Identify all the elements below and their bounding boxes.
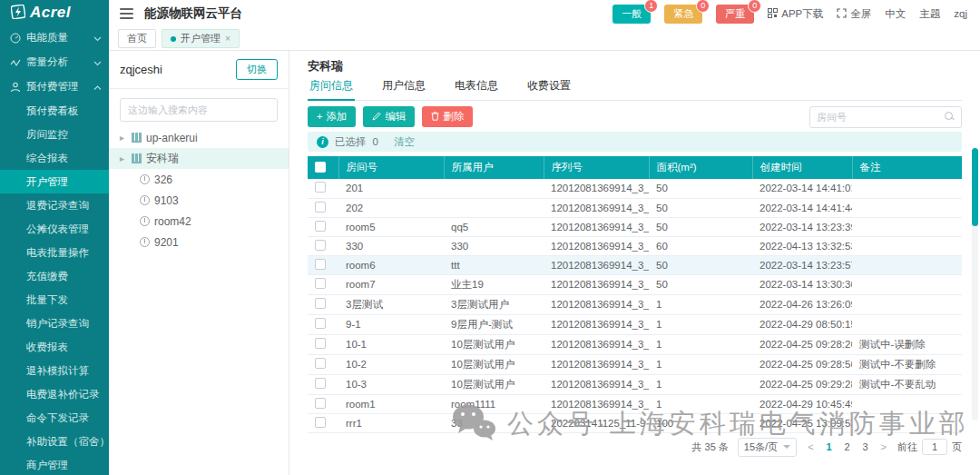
row-checkbox[interactable]: [315, 298, 326, 309]
user-menu[interactable]: zqj: [954, 8, 967, 19]
page-button-1[interactable]: 1: [825, 441, 834, 452]
caret-right-icon[interactable]: ▸: [120, 133, 127, 143]
table-row[interactable]: 33033012012081369914_3_30602022-04-13 13…: [308, 236, 962, 255]
add-button[interactable]: + 添加: [308, 106, 356, 127]
table-cell: rrr1: [338, 413, 444, 432]
caret-right-icon[interactable]: ▸: [120, 153, 127, 163]
table-row[interactable]: rrr133202203141125_11-91002022-04-25 13:…: [308, 413, 962, 432]
table-scrollbar-track[interactable]: [972, 148, 978, 421]
row-checkbox[interactable]: [315, 358, 326, 369]
table-row[interactable]: 9-19层用户-测试12012081369914_3_2912022-04-29…: [308, 314, 962, 334]
language-switch[interactable]: 中文: [885, 7, 906, 21]
row-checkbox[interactable]: [315, 378, 326, 389]
close-icon[interactable]: ×: [225, 34, 230, 44]
table-row[interactable]: room7业主1912012081369914_3_19502022-03-14…: [308, 274, 962, 294]
sidebar-section-power-quality[interactable]: 电能质量: [0, 25, 109, 50]
tree-search-input[interactable]: [120, 98, 278, 122]
alarm-badge-critical[interactable]: 严重 0: [716, 5, 754, 24]
page-button-2[interactable]: 2: [843, 441, 852, 452]
row-checkbox[interactable]: [315, 278, 326, 289]
sidebar-section-prepaid-management[interactable]: 预付费管理: [0, 74, 109, 99]
sidebar-section-demand-analysis[interactable]: 需量分析: [0, 50, 109, 74]
tree-node-9201[interactable]: 9201: [109, 232, 289, 252]
goto-page-unit: 页: [952, 440, 962, 454]
sidebar-item-综合报表[interactable]: 综合报表: [0, 146, 109, 170]
breadcrumb-tab-active[interactable]: 开户管理 ×: [162, 29, 240, 48]
sidebar-item-开户管理[interactable]: 开户管理: [0, 170, 109, 193]
row-checkbox[interactable]: [315, 398, 326, 409]
tree-node-安科瑞[interactable]: ▸安科瑞: [109, 148, 289, 169]
tree-node-room42[interactable]: room42: [109, 211, 289, 232]
collapse-menu-icon[interactable]: [120, 8, 133, 19]
tab-user-info[interactable]: 用户信息: [380, 74, 427, 100]
sidebar-item-销户记录查询[interactable]: 销户记录查询: [0, 312, 109, 335]
app-logo[interactable]: Acrel: [0, 0, 109, 25]
switch-button[interactable]: 切换: [236, 59, 278, 80]
tab-fee-settings[interactable]: 收费设置: [525, 74, 573, 100]
tree-node-up-ankerui[interactable]: ▸up-ankerui: [109, 127, 289, 148]
row-checkbox[interactable]: [315, 202, 326, 213]
table-row[interactable]: 10-210层测试用户12012081369914_3_3412022-04-2…: [308, 354, 962, 374]
tab-meter-info[interactable]: 电表信息: [453, 74, 500, 100]
alarm-badge-urgent[interactable]: 紧急 0: [664, 5, 702, 24]
table-scrollbar-thumb[interactable]: [972, 148, 978, 226]
device-tree: ▸up-ankerui▸安科瑞3269103room429201: [109, 127, 289, 252]
row-checkbox[interactable]: [315, 338, 326, 349]
sidebar-item-收费报表[interactable]: 收费报表: [0, 335, 109, 359]
page-size-select[interactable]: 15条/页: [738, 438, 797, 457]
table-row[interactable]: 10-110层测试用户12012081369914_3_3312022-04-2…: [308, 334, 962, 354]
table-cell: [852, 294, 962, 314]
tab-room-info[interactable]: 房间信息: [308, 74, 355, 101]
table-cell: 12012081369914_3_33: [544, 334, 649, 354]
table-cell: 业主19: [444, 274, 544, 294]
sidebar-item-退费记录查询[interactable]: 退费记录查询: [0, 193, 109, 217]
row-checkbox[interactable]: [315, 259, 326, 270]
goto-page-input[interactable]: [922, 439, 947, 455]
page-button-3[interactable]: 3: [861, 441, 870, 452]
table-row[interactable]: 20212012081369914_3_21502022-03-14 14:41…: [308, 198, 962, 217]
app-download-link[interactable]: APP下载: [768, 7, 823, 21]
table-row[interactable]: 20112012081369914_3_20502022-03-14 14:41…: [308, 179, 962, 198]
row-checkbox-cell: [308, 255, 338, 274]
page-size-value: 15条/页: [744, 440, 778, 454]
select-all-checkbox[interactable]: [315, 162, 326, 173]
alarm-badge-normal[interactable]: 一般 1: [612, 5, 651, 24]
sidebar-item-批量下发[interactable]: 批量下发: [0, 288, 109, 312]
row-checkbox[interactable]: [315, 240, 326, 251]
row-checkbox[interactable]: [315, 182, 326, 193]
edit-button[interactable]: 编辑: [363, 106, 415, 127]
theme-switch[interactable]: 主题: [919, 7, 940, 21]
table-cell: 10层测试用户: [444, 354, 544, 374]
room-search-input[interactable]: [817, 112, 941, 123]
tree-node-326[interactable]: 326: [109, 169, 289, 190]
prev-page-button[interactable]: <: [806, 441, 815, 452]
row-checkbox[interactable]: [315, 417, 326, 428]
clear-selection-link[interactable]: 清空: [394, 135, 415, 149]
table-row[interactable]: room6ttt12012081369914_3_16502022-03-14 …: [308, 255, 962, 274]
table-row[interactable]: room5qq512012081369914_3_13502022-03-14 …: [308, 217, 962, 236]
sidebar-item-商户管理[interactable]: 商户管理: [0, 453, 109, 475]
delete-button[interactable]: 删除: [422, 106, 473, 127]
sidebar-item-电表批量操作[interactable]: 电表批量操作: [0, 241, 109, 264]
column-header-created: 创建时间: [752, 156, 852, 179]
sidebar-item-房间监控[interactable]: 房间监控: [0, 123, 109, 146]
table-cell: 2022-04-25 09:28:56: [752, 354, 852, 374]
sidebar-item-充值缴费[interactable]: 充值缴费: [0, 264, 109, 288]
table-row[interactable]: 10-310层测试用户12012081369914_3_3512022-04-2…: [308, 374, 962, 394]
row-checkbox[interactable]: [315, 221, 326, 232]
sidebar-item-命令下发记录[interactable]: 命令下发记录: [0, 406, 109, 430]
fullscreen-button[interactable]: 全屏: [837, 7, 871, 21]
table-row[interactable]: 3层测试3层测试用户12012081369914_3_3612022-04-26…: [308, 294, 962, 314]
sidebar-item-退补模拟计算[interactable]: 退补模拟计算: [0, 359, 109, 382]
breadcrumb-tab-home[interactable]: 首页: [118, 29, 156, 48]
tree-node-9103[interactable]: 9103: [109, 190, 289, 211]
sidebar-item-公摊仪表管理[interactable]: 公摊仪表管理: [0, 217, 109, 241]
search-icon[interactable]: [945, 112, 955, 122]
row-checkbox-cell: [308, 314, 338, 334]
sidebar-item-预付费看板[interactable]: 预付费看板: [0, 99, 109, 123]
sidebar-item-电费退补价记录[interactable]: 电费退补价记录: [0, 382, 109, 406]
row-checkbox[interactable]: [315, 318, 326, 329]
sidebar-item-补助设置（宿舍）[interactable]: 补助设置（宿舍）: [0, 430, 109, 453]
next-page-button[interactable]: >: [879, 441, 888, 452]
table-row[interactable]: room1room111112012081369914_3_112022-04-…: [308, 394, 962, 413]
